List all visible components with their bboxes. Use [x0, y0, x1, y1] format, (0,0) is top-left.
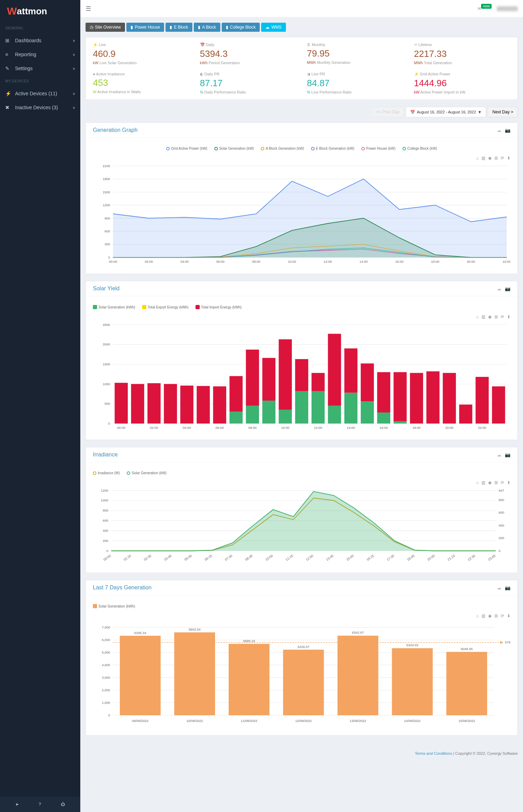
stat-card: ⚡ Grid Active Power1444.96kW Active Powe…	[414, 72, 511, 94]
tool-grid-icon[interactable]: ⊞	[494, 480, 498, 485]
tool-globe-icon[interactable]: ◉	[488, 314, 492, 319]
download-icon[interactable]: ☁	[497, 128, 501, 133]
tool-home-icon[interactable]: ⌂	[476, 314, 479, 319]
camera-icon[interactable]: 📷	[505, 585, 510, 590]
tool-refresh-icon[interactable]: ⟳	[501, 314, 504, 319]
next-day-button[interactable]: Next Day >	[488, 107, 518, 117]
svg-rect-77	[377, 412, 390, 424]
svg-text:7,000: 7,000	[102, 625, 110, 629]
tool-bar-icon[interactable]: ▥	[481, 156, 485, 161]
stat-value: 453	[93, 77, 190, 88]
svg-text:05:00: 05:00	[184, 554, 193, 562]
tab-e-block[interactable]: ▮ E Block	[165, 23, 192, 32]
legend-item[interactable]: Solar Generation (kW)	[214, 147, 254, 150]
yield-chart-panel: Solar Yield☁📷 Solar Generation (kWh)Tota…	[86, 281, 518, 440]
prev-day-button[interactable]: << Prev Day	[371, 107, 404, 117]
camera-icon[interactable]: 📷	[505, 452, 510, 457]
legend-item[interactable]: Power House (kW)	[361, 147, 396, 150]
legend-swatch	[93, 604, 97, 608]
svg-text:5048.65: 5048.65	[461, 647, 473, 651]
stat-value: 79.95	[307, 48, 404, 59]
legend-item[interactable]: Irradiance (W)	[93, 471, 120, 475]
download-icon[interactable]: ☁	[497, 585, 501, 590]
terms-link[interactable]: Terms and Conditions	[415, 751, 452, 755]
tab-college-block[interactable]: ▮ College Block	[222, 23, 260, 32]
sidebar-item[interactable]: ⊞Dashboards∨	[0, 33, 80, 47]
sidebar-item[interactable]: ≡Reporting∨	[0, 47, 80, 61]
tool-grid-icon[interactable]: ⊞	[494, 314, 498, 319]
tool-grid-icon[interactable]: ⊞	[494, 613, 498, 618]
logo-w-icon: W	[7, 5, 17, 17]
section-header: MY DEVICES	[0, 75, 80, 87]
tab-power-house[interactable]: ▮ Power House	[126, 23, 164, 32]
legend-item[interactable]: Total Export Energy (kWh)	[142, 305, 189, 309]
svg-text:18:45: 18:45	[406, 554, 415, 562]
tool-refresh-icon[interactable]: ⟳	[501, 480, 504, 485]
tab-site-overview[interactable]: ◷ Site Overview	[86, 23, 125, 32]
tool-bar-icon[interactable]: ▥	[481, 613, 485, 618]
tool-download-icon[interactable]: ⬇	[507, 613, 510, 618]
svg-text:300: 300	[105, 242, 110, 246]
sidebar-item[interactable]: ⚡Active Devices (11)∨	[0, 87, 80, 100]
legend-item[interactable]: Total Import Energy (kWh)	[196, 305, 242, 309]
svg-text:2100: 2100	[103, 164, 110, 168]
camera-icon[interactable]: 📷	[505, 128, 510, 133]
legend-item[interactable]: Grid Active Power (kW)	[166, 147, 207, 150]
svg-text:02:00: 02:00	[150, 426, 158, 430]
sidebar-item[interactable]: ✖Inactive Devices (3)∨	[0, 100, 80, 114]
svg-text:5,000: 5,000	[102, 650, 110, 654]
tool-bar-icon[interactable]: ▥	[481, 480, 485, 485]
tool-download-icon[interactable]: ⬇	[507, 314, 510, 319]
nav-icon[interactable]: ➤	[15, 802, 19, 807]
tool-home-icon[interactable]: ⌂	[476, 613, 479, 618]
tool-globe-icon[interactable]: ◉	[488, 613, 492, 618]
tool-grid-icon[interactable]: ⊞	[494, 156, 498, 161]
legend-marker	[361, 147, 365, 150]
svg-text:01:15: 01:15	[123, 554, 132, 562]
sidebar-item[interactable]: ✎Settings∨	[0, 61, 80, 75]
power-icon[interactable]: ⏻	[61, 802, 65, 807]
legend-item[interactable]: Solar Generation (kW)	[127, 471, 166, 475]
svg-text:15/08/2022: 15/08/2022	[458, 719, 475, 723]
download-icon[interactable]: ☁	[497, 286, 501, 291]
legend-item[interactable]: E Block Generation (kW)	[311, 147, 354, 150]
user-name-blurred[interactable]	[497, 6, 518, 11]
tool-globe-icon[interactable]: ◉	[488, 156, 492, 161]
tool-refresh-icon[interactable]: ⟳	[501, 156, 504, 161]
last7-chart: 01,0002,0003,0004,0005,0006,0007,00009/0…	[93, 620, 510, 730]
svg-text:10:00: 10:00	[281, 426, 289, 430]
tool-globe-icon[interactable]: ◉	[488, 480, 492, 485]
tool-bar-icon[interactable]: ▥	[481, 314, 485, 319]
svg-text:14:00: 14:00	[360, 260, 368, 263]
stat-sub: kW Active Power Import in kW	[414, 90, 511, 94]
legend-item[interactable]: A Block Generation (kW)	[261, 147, 304, 150]
tab-a-block[interactable]: ▮ A Block	[194, 23, 220, 32]
tool-download-icon[interactable]: ⬇	[507, 480, 510, 485]
section-header: GENERAL	[0, 22, 80, 33]
svg-text:6602.94: 6602.94	[189, 627, 200, 631]
mail-icon[interactable]: ✉4998	[478, 6, 492, 11]
topbar: ☰ ✉4998	[80, 0, 523, 17]
tab-wms[interactable]: ☁ WMS	[261, 23, 286, 32]
legend-item[interactable]: College Block (kW)	[403, 147, 437, 150]
legend-item[interactable]: Solar Generation (kWh)	[93, 604, 135, 608]
tool-home-icon[interactable]: ⌂	[476, 480, 479, 485]
tool-home-icon[interactable]: ⌂	[476, 156, 479, 161]
download-icon[interactable]: ☁	[497, 452, 501, 457]
camera-icon[interactable]: 📷	[505, 286, 510, 291]
legend-item[interactable]: Solar Generation (kWh)	[93, 305, 135, 309]
date-range-picker[interactable]: 📅 August 16, 2022 - August 16, 2022 ▼	[406, 107, 486, 117]
irradiance-chart-panel: Irradiance☁📷 Irradiance (W)Solar Generat…	[86, 447, 518, 573]
svg-text:5689.19: 5689.19	[243, 639, 255, 643]
svg-text:07:30: 07:30	[224, 554, 233, 562]
hamburger-icon[interactable]: ☰	[86, 5, 91, 13]
tab-icon: ▮	[170, 25, 172, 30]
svg-text:600: 600	[103, 519, 108, 523]
tool-download-icon[interactable]: ⬇	[507, 156, 510, 161]
svg-rect-71	[328, 406, 341, 424]
svg-text:22:00: 22:00	[503, 260, 510, 263]
tool-refresh-icon[interactable]: ⟳	[501, 613, 504, 618]
svg-text:03:45: 03:45	[163, 554, 172, 562]
help-icon[interactable]: ?	[39, 802, 41, 807]
nav-item-label: Dashboards	[15, 38, 42, 43]
